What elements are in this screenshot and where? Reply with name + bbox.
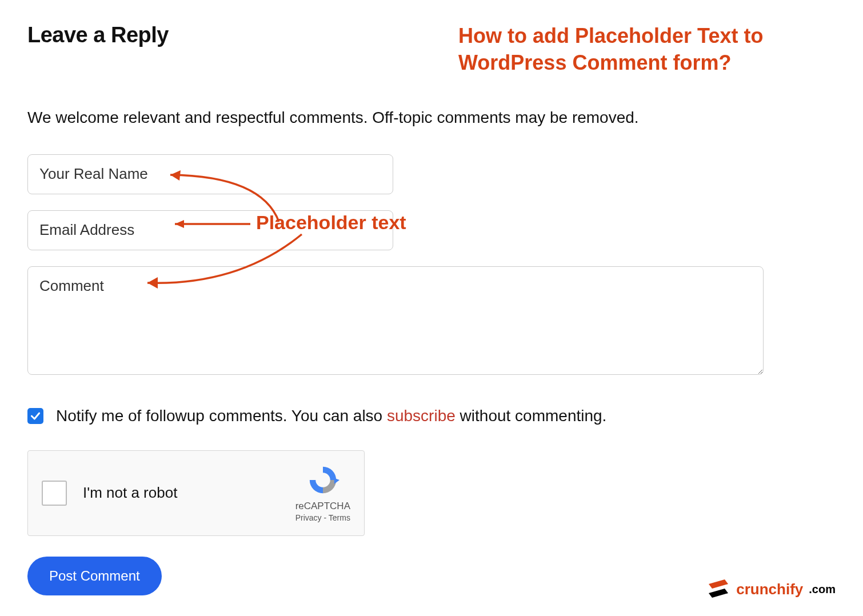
recaptcha-checkbox[interactable] xyxy=(42,481,67,506)
check-icon xyxy=(30,410,41,422)
notify-text-after: without commenting. xyxy=(456,407,607,425)
crunchify-logo-icon xyxy=(708,579,730,599)
brand-tld: .com xyxy=(809,583,836,596)
annotation-heading: How to add Placeholder Text to WordPress… xyxy=(458,23,836,77)
recaptcha-icon xyxy=(306,463,339,497)
recaptcha-privacy-link[interactable]: Privacy xyxy=(295,513,322,522)
recaptcha-widget: I'm not a robot reCAPTCHA Privacy - Term… xyxy=(27,450,365,536)
svg-marker-4 xyxy=(334,478,339,484)
brand-name: crunchify xyxy=(736,581,803,598)
notify-label: Notify me of followup comments. You can … xyxy=(56,407,606,425)
site-logo: crunchify.com xyxy=(708,579,836,599)
recaptcha-terms-link[interactable]: Terms xyxy=(329,513,350,522)
page-title: Leave a Reply xyxy=(27,23,169,47)
name-field[interactable] xyxy=(27,154,393,194)
recaptcha-brand: reCAPTCHA xyxy=(295,501,350,512)
comment-field[interactable] xyxy=(27,266,764,375)
notify-checkbox[interactable] xyxy=(27,408,43,424)
notify-row: Notify me of followup comments. You can … xyxy=(27,407,836,425)
annotation-label: Placeholder text xyxy=(256,211,406,234)
comment-form: Placeholder text xyxy=(27,154,836,375)
recaptcha-label: I'm not a robot xyxy=(83,484,177,502)
subscribe-link[interactable]: subscribe xyxy=(387,407,456,425)
notify-text-before: Notify me of followup comments. You can … xyxy=(56,407,387,425)
intro-text: We welcome relevant and respectful comme… xyxy=(27,109,836,127)
post-comment-button[interactable]: Post Comment xyxy=(27,557,162,595)
